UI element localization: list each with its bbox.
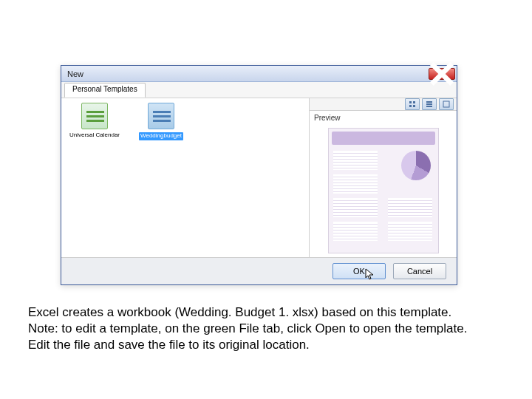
cancel-button[interactable]: Cancel (393, 263, 446, 279)
template-label: Universal Calendar (69, 132, 120, 138)
template-item-weddingbudget[interactable]: Weddingbudget (132, 103, 190, 140)
dialog-title: New (67, 69, 429, 78)
caption-line: Edit the file and save the file to its o… (28, 337, 501, 353)
svg-rect-0 (409, 101, 412, 103)
close-icon (429, 61, 454, 86)
large-icons-icon (409, 100, 416, 108)
caption-text: Excel creates a workbook (Wedding. Budge… (28, 304, 501, 353)
titlebar[interactable]: New (61, 66, 457, 82)
dialog-content: Universal Calendar Weddingbudget Preview (61, 98, 457, 258)
preview-label: Preview (310, 111, 457, 122)
svg-rect-1 (413, 101, 415, 103)
excel-template-icon (148, 103, 174, 129)
tabstrip: Personal Templates (61, 82, 457, 98)
details-icon (443, 100, 450, 108)
svg-rect-6 (426, 106, 432, 107)
tab-personal-templates[interactable]: Personal Templates (64, 83, 146, 98)
svg-rect-4 (426, 101, 432, 103)
view-large-icons-button[interactable] (405, 98, 420, 110)
svg-rect-7 (443, 101, 449, 107)
svg-rect-5 (426, 103, 432, 105)
close-button[interactable] (429, 68, 455, 80)
templates-pane: Universal Calendar Weddingbudget (61, 98, 309, 257)
svg-rect-3 (413, 105, 415, 107)
view-details-button[interactable] (439, 98, 454, 110)
svg-rect-2 (409, 105, 412, 107)
new-dialog: New Personal Templates Universal Calenda… (61, 65, 457, 285)
excel-template-icon (81, 103, 108, 129)
view-list-button[interactable] (422, 98, 437, 110)
caption-line: Excel creates a workbook (Wedding. Budge… (28, 304, 501, 321)
ok-button[interactable]: OK (332, 263, 386, 279)
wedding-budget-preview (328, 128, 439, 253)
pie-chart-icon (401, 151, 431, 180)
preview-column: Preview (309, 98, 457, 257)
preview-area (314, 125, 452, 256)
template-label: Weddingbudget (139, 132, 183, 140)
caption-line: Note: to edit a template, on the green F… (28, 321, 501, 337)
view-toolbar (310, 98, 457, 111)
template-item-universal-calendar[interactable]: Universal Calendar (66, 103, 123, 139)
list-icon (426, 100, 433, 108)
button-row: OK Cancel (61, 258, 457, 284)
